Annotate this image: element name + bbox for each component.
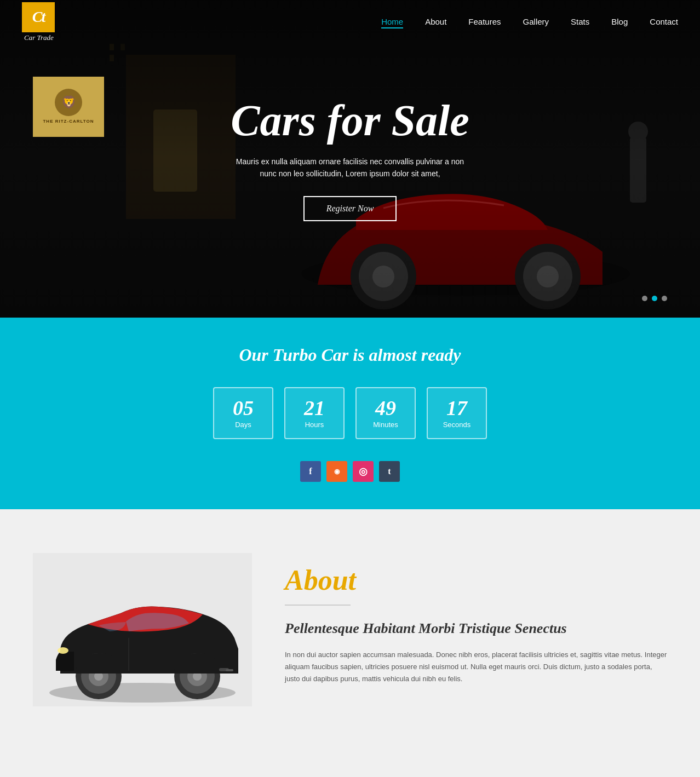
about-car-image xyxy=(33,553,252,706)
countdown-seconds: 17 Seconds xyxy=(427,387,487,439)
logo-box: Ct xyxy=(22,2,55,32)
svg-rect-2 xyxy=(121,44,125,50)
seconds-label: Seconds xyxy=(443,421,471,429)
countdown-days: 05 Days xyxy=(213,387,273,439)
about-section: About Pellentesque Habitant Morbi Tristi… xyxy=(0,509,700,750)
nav-home[interactable]: Home xyxy=(381,17,403,28)
turbo-title: Our Turbo Car is almost ready xyxy=(239,345,461,365)
about-content: About Pellentesque Habitant Morbi Tristi… xyxy=(285,553,667,685)
hero-title: Cars for Sale xyxy=(231,96,469,145)
svg-rect-3 xyxy=(110,55,114,61)
svg-point-13 xyxy=(628,122,648,141)
logo-letters: Ct xyxy=(32,8,44,26)
about-text: In non dui auctor sapien accumsan malesu… xyxy=(285,649,667,685)
tumblr-icon[interactable]: t xyxy=(379,461,400,482)
turbo-inner: Our Turbo Car is almost ready 05 Days 21… xyxy=(109,345,591,482)
countdown-minutes: 49 Minutes xyxy=(355,387,416,439)
facebook-symbol: f xyxy=(309,467,312,476)
logo-area: Ct Car Trade xyxy=(22,2,55,42)
svg-rect-29 xyxy=(226,669,233,671)
nav-stats[interactable]: Stats xyxy=(571,17,589,26)
svg-point-7 xyxy=(359,252,408,301)
nav-features[interactable]: Features xyxy=(468,17,501,26)
tumblr-symbol: t xyxy=(388,467,391,476)
svg-rect-15 xyxy=(153,110,197,192)
hours-label: Hours xyxy=(305,421,324,429)
rss-icon[interactable]: ◉ xyxy=(326,461,347,482)
hero-content: Cars for Sale Mauris ex nulla aliquam or… xyxy=(231,96,469,222)
days-label: Days xyxy=(235,421,251,429)
svg-point-5 xyxy=(301,252,630,296)
ritz-lion-icon: 🦁 xyxy=(55,89,82,116)
hero-section: 🦁 THE RITZ-CARLTON Cars for Sale Mauris … xyxy=(0,0,700,318)
instagram-symbol: ◎ xyxy=(359,465,368,477)
rss-symbol: ◉ xyxy=(334,468,340,476)
instagram-icon[interactable]: ◎ xyxy=(353,461,374,482)
turbo-section: Our Turbo Car is almost ready 05 Days 21… xyxy=(0,318,700,509)
svg-point-11 xyxy=(537,266,559,287)
carousel-dot-2[interactable] xyxy=(652,296,657,301)
days-number: 05 xyxy=(233,398,254,418)
svg-point-18 xyxy=(58,647,68,654)
navbar: Ct Car Trade Home About Features Gallery… xyxy=(0,0,700,44)
svg-rect-1 xyxy=(110,44,114,50)
minutes-label: Minutes xyxy=(373,421,398,429)
logo-subtitle: Car Trade xyxy=(22,33,54,42)
svg-point-8 xyxy=(372,266,394,287)
social-icons-group: f ◉ ◎ t xyxy=(300,461,400,482)
seconds-number: 17 xyxy=(446,398,467,418)
carousel-dots xyxy=(642,296,667,301)
hours-number: 21 xyxy=(304,398,325,418)
ritz-carlton-sign: 🦁 THE RITZ-CARLTON xyxy=(33,77,104,137)
register-now-button[interactable]: Register Now xyxy=(303,196,397,221)
ritz-text: THE RITZ-CARLTON xyxy=(43,118,94,124)
countdown-hours: 21 Hours xyxy=(284,387,345,439)
nav-links: Home About Features Gallery Stats Blog C… xyxy=(381,17,678,27)
countdown-timer: 05 Days 21 Hours 49 Minutes 17 Seconds xyxy=(213,387,487,439)
facebook-icon[interactable]: f xyxy=(300,461,321,482)
nav-blog[interactable]: Blog xyxy=(611,17,628,26)
svg-point-9 xyxy=(515,244,581,309)
minutes-number: 49 xyxy=(375,398,396,418)
hero-subtitle-line1: Mauris ex nulla aliquam ornare facilisis… xyxy=(231,156,469,180)
nav-contact[interactable]: Contact xyxy=(650,17,678,26)
svg-rect-12 xyxy=(630,137,646,203)
about-car-svg xyxy=(33,553,252,706)
nav-about[interactable]: About xyxy=(425,17,446,26)
svg-point-10 xyxy=(523,252,572,301)
svg-point-6 xyxy=(351,244,416,309)
carousel-dot-3[interactable] xyxy=(662,296,667,301)
about-title: About xyxy=(285,564,667,596)
about-divider xyxy=(285,605,351,606)
carousel-dot-1[interactable] xyxy=(642,296,647,301)
nav-gallery[interactable]: Gallery xyxy=(523,17,549,26)
svg-rect-14 xyxy=(126,55,236,219)
about-subtitle: Pellentesque Habitant Morbi Tristique Se… xyxy=(285,619,667,638)
